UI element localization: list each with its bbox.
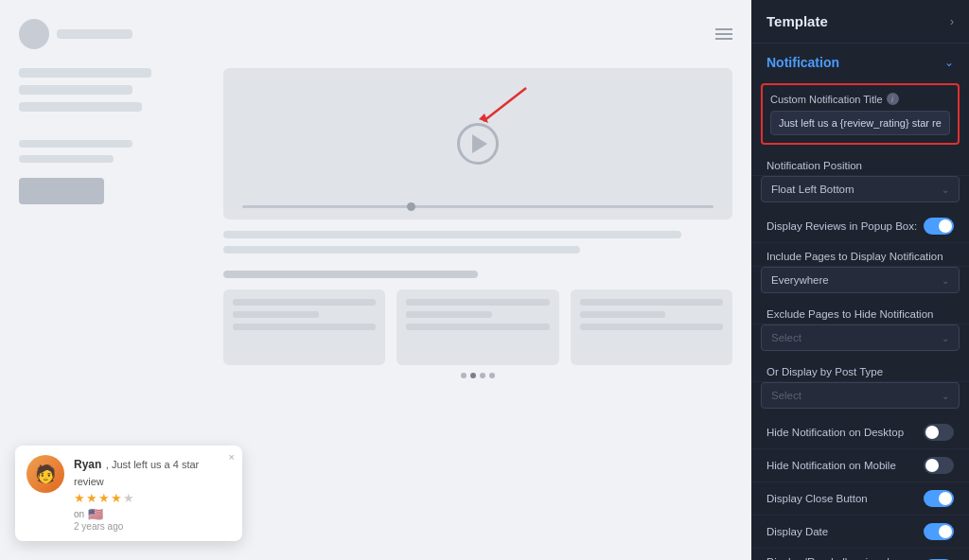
include-pages-chevron-icon: ⌄ xyxy=(942,275,949,286)
notification-close-button[interactable]: × xyxy=(229,451,235,463)
include-pages-value: Everywhere xyxy=(771,274,829,286)
star-2: ★ xyxy=(86,491,97,505)
notification-avatar: 🧑 xyxy=(26,455,64,493)
section-header[interactable]: Notification ⌄ xyxy=(751,44,969,79)
post-type-label: Or Display by Post Type xyxy=(766,366,883,377)
card-line-7 xyxy=(580,299,723,306)
card-line-8 xyxy=(580,311,666,318)
custom-title-input[interactable] xyxy=(770,111,950,135)
notification-content: Ryan , Just left us a 4 star review ★ ★ … xyxy=(74,455,231,532)
info-icon: i xyxy=(887,93,899,105)
display-reviews-row: Display Reviews in Popup Box: xyxy=(751,210,969,243)
sk-line-3 xyxy=(19,102,142,112)
display-reviews-toggle[interactable] xyxy=(924,218,954,235)
dot-1 xyxy=(461,373,467,378)
star-4: ★ xyxy=(111,491,122,505)
hide-mobile-label: Hide Notification on Mobile xyxy=(766,460,924,471)
notification-position-dropdown[interactable]: Float Left Bottom ⌄ xyxy=(761,176,960,202)
display-close-label: Display Close Button xyxy=(766,493,924,504)
nav-bar xyxy=(19,19,732,49)
card-line-3 xyxy=(233,324,376,330)
card-3 xyxy=(571,289,732,365)
hamburger-icon xyxy=(715,28,732,40)
red-arrow-svg xyxy=(469,83,536,131)
card-line-6 xyxy=(406,324,549,330)
hide-desktop-toggle[interactable] xyxy=(924,424,954,441)
card-line-2 xyxy=(233,311,319,318)
notification-position-row: Notification Position xyxy=(751,152,969,176)
custom-title-label: Custom Notification Title i xyxy=(770,93,950,105)
display-close-toggle[interactable] xyxy=(924,490,954,507)
hide-mobile-toggle-knob xyxy=(925,459,939,472)
hide-mobile-toggle[interactable] xyxy=(924,457,954,474)
notification-time: 2 years ago xyxy=(74,521,231,532)
settings-panel: Template › Notification ⌄ Custom Notific… xyxy=(751,0,969,560)
section-chevron-down-icon: ⌄ xyxy=(944,56,954,69)
display-date-toggle-knob xyxy=(939,525,952,538)
notification-on-label: on xyxy=(74,509,84,519)
card-line-4 xyxy=(406,299,549,306)
notification-flag: 🇺🇸 xyxy=(88,507,103,521)
section-title: Notification xyxy=(766,55,839,70)
notification-position-value: Float Left Bottom xyxy=(771,184,854,195)
sk-line-4 xyxy=(19,140,132,148)
card-line-1 xyxy=(233,299,376,306)
star-5: ★ xyxy=(123,491,134,505)
panel-header: Template › xyxy=(751,0,969,44)
post-type-dropdown[interactable]: Select ⌄ xyxy=(761,382,960,409)
dot-2 xyxy=(470,373,476,378)
toggle-knob xyxy=(939,219,952,233)
panel-title: Template xyxy=(766,13,828,29)
notification-position-label: Notification Position xyxy=(766,160,862,171)
custom-title-field-container: Custom Notification Title i xyxy=(761,83,960,145)
text-rows xyxy=(223,231,732,278)
exclude-pages-row: Exclude Pages to Hide Notification xyxy=(751,301,969,324)
notification-popup: 🧑 Ryan , Just left us a 4 star review ★ … xyxy=(15,446,242,541)
star-1: ★ xyxy=(74,491,85,505)
display-close-toggle-knob xyxy=(939,492,952,505)
post-type-placeholder: Select xyxy=(771,390,802,401)
display-close-row: Display Close Button xyxy=(751,482,969,516)
exclude-pages-label: Exclude Pages to Hide Notification xyxy=(766,308,933,320)
text-row-1 xyxy=(223,231,681,238)
star-3: ★ xyxy=(98,491,110,505)
display-date-toggle[interactable] xyxy=(924,523,954,540)
include-pages-label: Include Pages to Display Notification xyxy=(766,251,943,262)
nav-left xyxy=(19,19,132,49)
display-reviews-label: Display Reviews in Popup Box: xyxy=(766,220,924,232)
content-area xyxy=(19,68,732,378)
svg-line-0 xyxy=(484,88,526,121)
exclude-pages-placeholder: Select xyxy=(771,332,802,343)
card-line-9 xyxy=(580,324,723,330)
nav-logo xyxy=(19,19,49,49)
notification-stars: ★ ★ ★ ★ ★ xyxy=(74,491,231,505)
hide-mobile-row: Hide Notification on Mobile xyxy=(751,449,969,482)
text-row-3 xyxy=(223,271,478,278)
dot-3 xyxy=(480,373,485,378)
panel-chevron-right-icon: › xyxy=(950,15,954,28)
notification-username: Ryan xyxy=(74,458,101,471)
video-progress-dot xyxy=(407,202,415,211)
hide-desktop-toggle-knob xyxy=(925,426,939,439)
exclude-pages-dropdown[interactable]: Select ⌄ xyxy=(761,324,960,351)
position-dropdown-chevron-icon: ⌄ xyxy=(942,184,949,195)
exclude-pages-chevron-icon: ⌄ xyxy=(942,333,949,343)
post-type-chevron-icon: ⌄ xyxy=(942,391,949,401)
sk-line-2 xyxy=(19,85,132,95)
card-1 xyxy=(223,289,385,365)
left-col xyxy=(19,68,208,378)
card-line-5 xyxy=(406,311,492,318)
hide-desktop-label: Hide Notification on Desktop xyxy=(766,427,924,438)
arrow-annotation xyxy=(469,83,536,134)
dot-4 xyxy=(489,373,495,378)
display-date-label: Display Date xyxy=(766,526,924,537)
preview-panel: 🧑 Ryan , Just left us a 4 star review ★ … xyxy=(0,0,751,560)
sk-button xyxy=(19,178,104,204)
display-read-all-row: Display 'Read all reviews' Button xyxy=(751,549,969,560)
include-pages-dropdown[interactable]: Everywhere ⌄ xyxy=(761,267,960,293)
notification-meta: on 🇺🇸 xyxy=(74,507,231,521)
play-icon xyxy=(472,134,487,153)
sk-line-5 xyxy=(19,155,114,163)
cards-row xyxy=(223,289,732,365)
post-type-row: Or Display by Post Type xyxy=(751,359,969,382)
